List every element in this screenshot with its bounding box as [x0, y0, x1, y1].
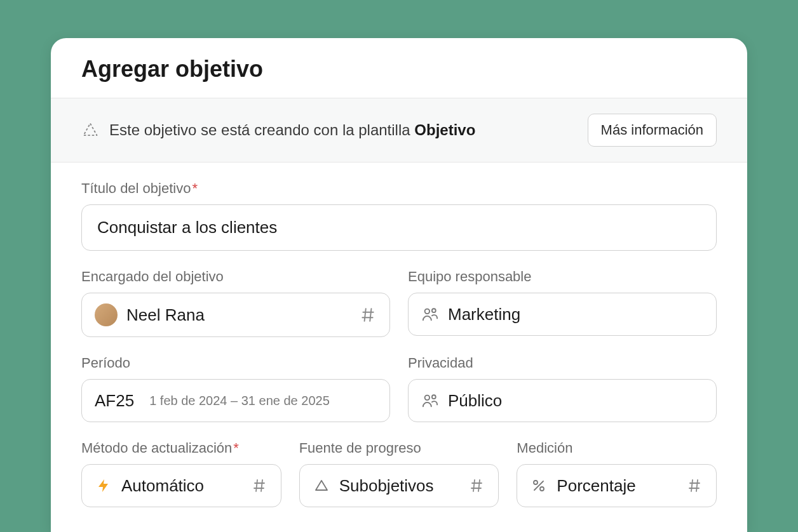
team-value: Marketing: [448, 305, 703, 324]
title-input[interactable]: [81, 204, 717, 251]
update-method-value: Automático: [121, 476, 241, 496]
owner-value: Neel Rana: [126, 305, 350, 325]
required-indicator: *: [233, 440, 239, 456]
template-icon: [81, 121, 99, 139]
svg-point-5: [540, 487, 544, 491]
hash-icon: [686, 477, 703, 495]
update-method-field-group: Método de actualización* Automático: [81, 440, 281, 507]
people-icon: [421, 392, 439, 409]
modal-title: Agregar objetivo: [81, 56, 717, 83]
progress-source-label: Fuente de progreso: [299, 440, 499, 456]
bolt-icon: [95, 477, 112, 495]
period-field-group: Período AF25 1 feb de 2024 – 31 ene de 2…: [81, 355, 390, 422]
update-method-label-text: Método de actualización: [81, 440, 232, 456]
team-field-group: Equipo responsable Marketing: [408, 269, 717, 337]
svg-point-0: [425, 309, 429, 314]
measurement-select[interactable]: Porcentaje: [517, 464, 717, 507]
progress-source-select[interactable]: Subobjetivos: [299, 464, 499, 507]
banner-content: Este objetivo se está creando con la pla…: [81, 121, 475, 139]
svg-point-1: [432, 309, 436, 312]
title-label: Título del objetivo*: [81, 180, 717, 197]
svg-point-2: [425, 396, 429, 400]
period-code: AF25: [95, 391, 134, 411]
svg-point-4: [534, 481, 538, 484]
banner-template-name: Objetivo: [414, 121, 475, 138]
banner-prefix: Este objetivo se está creando con la pla…: [109, 121, 414, 138]
privacy-value: Público: [448, 391, 703, 411]
template-banner: Este objetivo se está creando con la pla…: [51, 98, 747, 163]
measurement-label: Medición: [517, 440, 717, 456]
hash-icon: [359, 306, 377, 324]
more-info-button[interactable]: Más información: [588, 114, 717, 147]
team-label: Equipo responsable: [408, 269, 717, 285]
measurement-value: Porcentaje: [557, 476, 677, 496]
title-field-group: Título del objetivo*: [81, 180, 717, 251]
modal-header: Agregar objetivo: [51, 38, 747, 98]
team-select[interactable]: Marketing: [408, 293, 717, 336]
measurement-field-group: Medición Porcentaje: [517, 440, 717, 507]
people-icon: [421, 305, 439, 323]
privacy-select[interactable]: Público: [408, 379, 717, 422]
owner-field-group: Encargado del objetivo Neel Rana: [81, 269, 390, 337]
svg-point-3: [432, 395, 436, 399]
triangle-icon: [313, 477, 330, 495]
required-indicator: *: [192, 180, 198, 196]
period-label: Período: [81, 355, 390, 371]
hash-icon: [468, 477, 485, 495]
percent-icon: [530, 477, 548, 495]
banner-text: Este objetivo se está creando con la pla…: [109, 121, 475, 139]
hash-icon: [250, 477, 268, 495]
title-label-text: Título del objetivo: [81, 180, 191, 196]
period-select[interactable]: AF25 1 feb de 2024 – 31 ene de 2025: [81, 379, 390, 422]
progress-source-value: Subobjetivos: [339, 476, 459, 496]
owner-label: Encargado del objetivo: [81, 269, 390, 285]
owner-avatar: [95, 303, 118, 326]
add-goal-modal: Agregar objetivo Este objetivo se está c…: [51, 38, 747, 532]
period-range: 1 feb de 2024 – 31 ene de 2025: [149, 394, 330, 408]
update-method-select[interactable]: Automático: [81, 464, 281, 507]
owner-select[interactable]: Neel Rana: [81, 293, 390, 337]
form-body: Título del objetivo* Encargado del objet…: [51, 163, 747, 507]
update-method-label: Método de actualización*: [81, 440, 281, 456]
privacy-field-group: Privacidad Público: [408, 355, 717, 422]
progress-source-field-group: Fuente de progreso Subobjetivos: [299, 440, 499, 507]
privacy-label: Privacidad: [408, 355, 717, 371]
